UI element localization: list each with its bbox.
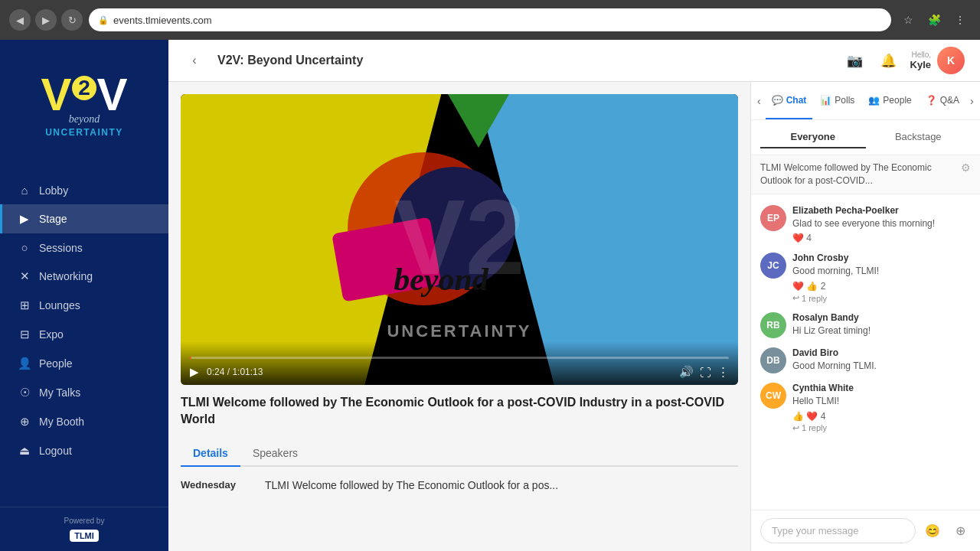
reply-count-2: 1 reply — [802, 294, 827, 303]
lock-icon: 🔒 — [98, 15, 109, 25]
camera-button[interactable]: 📷 — [843, 48, 867, 73]
subtab-everyone[interactable]: Everyone — [760, 126, 866, 148]
address-bar[interactable]: 🔒 events.tlmievents.com — [89, 8, 891, 31]
sidebar-label-stage: Stage — [39, 213, 67, 225]
tab-speakers[interactable]: Speakers — [240, 441, 310, 467]
stage-icon: ▶ — [18, 212, 31, 226]
camera-icon: 📷 — [847, 53, 863, 69]
sidebar: V 2 V beyond UNCERTAINTY ⌂ Lobby ▶ Stage… — [0, 40, 168, 551]
chat-tab-people[interactable]: 👥 People — [862, 82, 917, 119]
video-player[interactable]: V2 beyond UNCERTAINTY ▶ — [181, 94, 738, 385]
refresh-button[interactable]: ↻ — [61, 9, 83, 31]
chat-tab-qa[interactable]: ❓ Q&A — [920, 82, 965, 119]
chat-message-5: CW Cynthia White Hello TLMI! 👍 ❤️ 4 ↩ 1 … — [751, 378, 980, 438]
video-section: V2 beyond UNCERTAINTY ▶ — [168, 82, 750, 551]
sidebar-item-stage[interactable]: ▶ Stage — [0, 204, 168, 233]
bell-button[interactable]: 🔔 — [877, 48, 901, 73]
reply-count-5: 1 reply — [802, 423, 827, 432]
msg-name-5: Cynthia White — [792, 383, 971, 393]
msg-content-1: Elizabeth Pecha-Poelker Glad to see ever… — [792, 205, 971, 244]
avatar-5: CW — [760, 383, 786, 409]
qa-icon: ❓ — [926, 95, 937, 106]
forward-button[interactable]: ▶ — [35, 9, 57, 31]
sidebar-item-logout[interactable]: ⏏ Logout — [0, 436, 168, 465]
reply-icon-5: ↩ — [792, 423, 799, 433]
chat-people-icon: 👥 — [868, 95, 880, 106]
msg-text-5: Hello TLMI! — [792, 395, 971, 408]
user-badge[interactable]: Hello, Kyle K — [910, 47, 965, 74]
controls-row: ▶ 0:24 / 1:01:13 🔊 ⛶ ⋮ — [190, 365, 729, 379]
browser-chrome: ◀ ▶ ↻ 🔒 events.tlmievents.com ☆ 🧩 ⋮ — [0, 0, 980, 40]
my-talks-icon: ☉ — [18, 386, 31, 399]
reply-link-5[interactable]: ↩ 1 reply — [792, 423, 971, 433]
time-display: 0:24 / 1:01:13 — [207, 367, 263, 377]
sidebar-item-expo[interactable]: ⊟ Expo — [0, 320, 168, 349]
chat-message-4: DB David Biro Good Morning TLMI. — [751, 343, 980, 378]
sidebar-label-my-talks: My Talks — [39, 386, 80, 399]
msg-text-2: Good morning, TLMI! — [792, 265, 971, 278]
msg-text-4: Good Morning TLMI. — [792, 360, 971, 373]
beyond-overlay-text: beyond — [394, 261, 488, 298]
chat-pinned-message: TLMI Welcome followed by The Economic Ou… — [751, 155, 980, 194]
browser-nav: ◀ ▶ ↻ — [9, 9, 83, 31]
tab-details[interactable]: Details — [181, 441, 240, 467]
sidebar-item-people[interactable]: 👤 People — [0, 349, 168, 378]
reaction-5: 👍 ❤️ 4 — [792, 411, 825, 422]
sidebar-item-lounges[interactable]: ⊞ Lounges — [0, 291, 168, 320]
subtab-backstage[interactable]: Backstage — [866, 126, 972, 148]
sidebar-label-people: People — [39, 357, 73, 370]
chat-nav-next[interactable]: › — [967, 92, 977, 110]
content-tabs: Details Speakers — [181, 441, 738, 467]
sidebar-item-my-talks[interactable]: ☉ My Talks — [0, 378, 168, 407]
back-button[interactable]: ◀ — [9, 9, 31, 31]
chat-message-1: EP Elizabeth Pecha-Poelker Glad to see e… — [751, 201, 980, 249]
msg-name-4: David Biro — [792, 347, 971, 358]
people-icon: 👤 — [18, 357, 31, 370]
sidebar-label-networking: Networking — [39, 270, 93, 282]
browser-actions: ☆ 🧩 ⋮ — [897, 9, 971, 31]
fullscreen-button[interactable]: ⛶ — [700, 365, 711, 379]
extensions-button[interactable]: 🧩 — [923, 9, 945, 31]
uncertainty-overlay-text: UNCERTAINTY — [387, 321, 531, 341]
chat-nav-prev[interactable]: ‹ — [754, 92, 764, 110]
chat-input[interactable] — [760, 518, 916, 543]
page-title: V2V: Beyond Uncertainty — [217, 54, 831, 67]
details-section: Wednesday TLMI Welcome followed by The E… — [181, 479, 738, 491]
networking-icon: ✕ — [18, 269, 31, 283]
menu-button[interactable]: ⋮ — [949, 9, 971, 31]
msg-text-3: Hi Liz Great timing! — [792, 324, 971, 337]
expo-icon: ⊟ — [18, 328, 31, 341]
footer-brand: TLMI — [70, 530, 99, 542]
time-total: 1:01:13 — [232, 367, 263, 377]
url-text: events.tlmievents.com — [113, 15, 212, 26]
logo-v-right: V — [96, 69, 127, 120]
msg-content-4: David Biro Good Morning TLMI. — [792, 347, 971, 373]
sidebar-item-sessions[interactable]: ○ Sessions — [0, 233, 168, 262]
sidebar-item-my-booth[interactable]: ⊕ My Booth — [0, 407, 168, 436]
sidebar-footer: Powered by TLMI — [0, 507, 168, 551]
chat-tab-qa-label: Q&A — [940, 95, 959, 106]
sidebar-item-lobby[interactable]: ⌂ Lobby — [0, 176, 168, 204]
avatar-2: JC — [760, 253, 786, 279]
volume-button[interactable]: 🔊 — [679, 365, 694, 379]
reaction-1: ❤️ 4 — [792, 233, 812, 243]
chat-message-3: RB Rosalyn Bandy Hi Liz Great timing! — [751, 308, 980, 343]
msg-reactions-2: ❤️ 👍 2 — [792, 281, 971, 292]
play-button[interactable]: ▶ — [190, 365, 199, 379]
sidebar-item-networking[interactable]: ✕ Networking — [0, 262, 168, 291]
more-options-button[interactable]: ⋮ — [717, 365, 729, 379]
chat-tab-polls-label: Polls — [835, 95, 854, 106]
reply-link-2[interactable]: ↩ 1 reply — [792, 293, 971, 303]
logo-two: 2 — [72, 76, 96, 100]
avatar-1: EP — [760, 205, 786, 231]
video-controls: ▶ 0:24 / 1:01:13 🔊 ⛶ ⋮ — [181, 341, 738, 385]
msg-name-1: Elizabeth Pecha-Poelker — [792, 205, 971, 216]
progress-bar[interactable] — [190, 357, 729, 359]
sidebar-collapse-button[interactable]: ‹ — [184, 50, 205, 71]
star-button[interactable]: ☆ — [897, 9, 919, 31]
send-button[interactable]: ⊕ — [949, 520, 971, 542]
emoji-button[interactable]: 😊 — [922, 520, 943, 542]
video-title: TLMI Welcome followed by The Economic Ou… — [181, 394, 738, 429]
chat-tab-chat[interactable]: 💬 Chat — [766, 82, 813, 119]
chat-tab-polls[interactable]: 📊 Polls — [814, 82, 861, 119]
